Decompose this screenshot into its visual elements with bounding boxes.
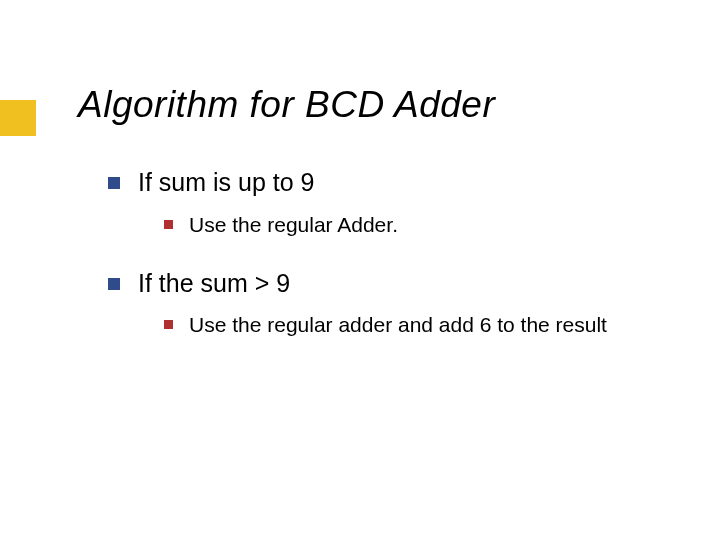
slide-content: If sum is up to 9 Use the regular Adder.… [108,166,668,368]
square-bullet-icon [108,278,120,290]
bullet-level1: If the sum > 9 [108,267,668,300]
square-bullet-icon [108,177,120,189]
slide-title: Algorithm for BCD Adder [78,84,495,126]
bullet-text: If the sum > 9 [138,267,290,300]
bullet-level2: Use the regular Adder. [164,211,668,239]
bullet-text: Use the regular adder and add 6 to the r… [189,311,607,339]
list-item: If the sum > 9 Use the regular adder and… [108,267,668,340]
square-bullet-icon [164,320,173,329]
bullet-level2: Use the regular adder and add 6 to the r… [164,311,668,339]
title-accent-bar [0,100,36,136]
square-bullet-icon [164,220,173,229]
bullet-text: If sum is up to 9 [138,166,314,199]
bullet-text: Use the regular Adder. [189,211,398,239]
list-item: If sum is up to 9 Use the regular Adder. [108,166,668,239]
bullet-level1: If sum is up to 9 [108,166,668,199]
